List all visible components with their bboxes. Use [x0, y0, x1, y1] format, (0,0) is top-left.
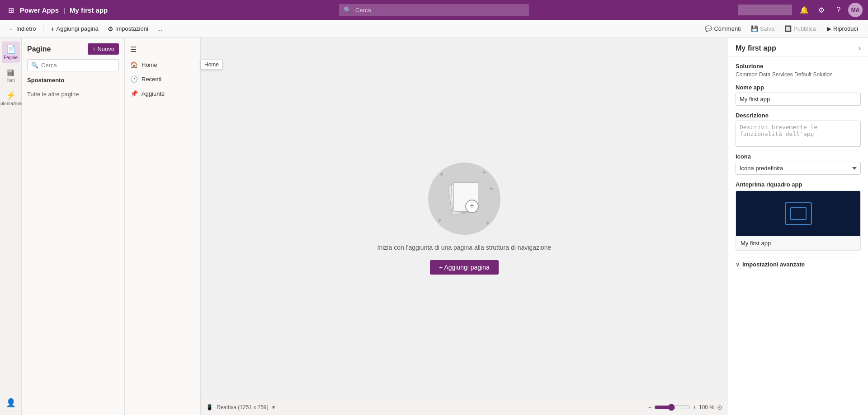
- canvas-footer: 📱 Reattiva (1251 x 759) ▾ − + 100 % ⊙: [201, 399, 728, 415]
- sparkle-3: ✦: [437, 217, 443, 224]
- search-container: 🔍: [339, 4, 529, 16]
- settings-button[interactable]: ⚙ Impostazioni: [104, 23, 152, 34]
- sparkle-5: ✦: [489, 185, 494, 192]
- comments-button[interactable]: 💬 Commenti: [700, 23, 745, 34]
- new-button[interactable]: + Nuovo: [88, 43, 119, 55]
- nav-item-recenti[interactable]: 🕐 Recenti: [125, 72, 200, 86]
- right-panel-close-button[interactable]: ›: [859, 44, 861, 52]
- pages-stack: +: [446, 181, 482, 217]
- right-panel-body: Soluzione Common Data Services Default S…: [728, 56, 868, 278]
- icon-select[interactable]: Icona predefinita: [736, 162, 861, 175]
- sidebar-data-label: Dati: [7, 78, 15, 83]
- zoom-minus[interactable]: −: [648, 404, 651, 410]
- sidebar-pages-label: Pagine: [4, 55, 18, 60]
- canvas-placeholder: ✦ ✦ ✦ ✦ ✦ +: [428, 163, 500, 235]
- app-name-input[interactable]: [736, 93, 861, 106]
- fit-screen-icon[interactable]: ⊙: [717, 404, 722, 411]
- search-icon: 🔍: [344, 6, 351, 14]
- add-page-button[interactable]: + Aggiungi pagina: [47, 23, 102, 34]
- topbar: ⊞ Power Apps | My first app 🔍 🔔 ⚙ ? MA: [0, 0, 868, 20]
- main-layout: 📄 Pagine ▦ Dati ⚡ Automazione 👤 Pagine +…: [0, 38, 868, 415]
- sidebar-item-pages[interactable]: 📄 Pagine: [2, 42, 20, 63]
- sidebar-item-data[interactable]: ▦ Dati: [2, 65, 20, 86]
- notifications-icon[interactable]: 🔔: [797, 2, 812, 18]
- back-icon: ←: [8, 25, 14, 33]
- sidebar-item-user[interactable]: 👤: [2, 395, 20, 410]
- help-icon[interactable]: ?: [831, 2, 846, 18]
- preview-dark: [736, 191, 860, 236]
- pages-search-input[interactable]: [41, 62, 115, 69]
- search-input[interactable]: [339, 4, 529, 16]
- nav-aggiunte-label: Aggiunte: [142, 90, 165, 97]
- publish-icon: 🔲: [784, 25, 792, 32]
- toolbar-separator-1: [43, 24, 43, 33]
- more-label: ...: [157, 25, 162, 32]
- solution-label: Soluzione: [736, 63, 861, 70]
- power-apps-label: Power Apps: [20, 6, 59, 14]
- right-panel: My first app › Soluzione Common Data Ser…: [728, 38, 868, 415]
- add-icon: +: [51, 25, 54, 33]
- sidebar-item-automation[interactable]: ⚡ Automazione: [2, 88, 20, 109]
- save-icon: 💾: [751, 25, 758, 32]
- toolbar-right: 💬 Commenti 💾 Salva 🔲 Pubblica ▶ Riproduc…: [700, 23, 863, 34]
- pages-panel: Pagine + Nuovo 🔍 Spostamento Tutte le al…: [22, 38, 125, 415]
- pages-search-icon: 🔍: [31, 62, 38, 69]
- preview-section: Anteprima riquadro app My first app: [736, 181, 861, 251]
- nav-recenti-label: Recenti: [142, 76, 161, 83]
- preview-box: My first app: [736, 191, 861, 251]
- solution-value: Common Data Services Default Solution: [736, 71, 861, 78]
- back-label: Indietro: [16, 25, 36, 32]
- brand-separator: |: [63, 6, 65, 14]
- nav-home-tooltip: Home: [200, 60, 223, 70]
- advanced-section[interactable]: ∨ Impostazioni avanzate: [736, 257, 861, 271]
- preview-app-name: My first app: [736, 236, 860, 250]
- canvas-area: ✦ ✦ ✦ ✦ ✦ + Inizia con l'aggiunta di una…: [201, 38, 728, 415]
- topbar-brand: Power Apps | My first app: [20, 6, 108, 14]
- user-icon: 👤: [6, 398, 16, 408]
- icon-label: Icona: [736, 153, 861, 160]
- right-panel-header: My first app ›: [728, 38, 868, 56]
- pages-icon: 📄: [6, 44, 16, 54]
- nav-panel-header: ☰: [125, 42, 200, 57]
- avatar[interactable]: MA: [848, 3, 863, 17]
- nav-panel: ☰ 🏠 Home Home 🕐 Recenti 📌 Aggiunte: [125, 38, 201, 415]
- back-button[interactable]: ← Indietro: [5, 23, 39, 34]
- publish-label: Pubblica: [793, 25, 816, 32]
- nav-item-aggiunte[interactable]: 📌 Aggiunte: [125, 86, 200, 101]
- zoom-slider[interactable]: [654, 404, 690, 411]
- project-name-label: My first app: [70, 6, 108, 14]
- app-name-group: Nome app: [736, 84, 861, 106]
- solution-group: Soluzione Common Data Services Default S…: [736, 63, 861, 78]
- play-button[interactable]: ▶ Riproduci: [821, 23, 863, 34]
- nav-item-home[interactable]: 🏠 Home Home: [125, 57, 200, 72]
- save-label: Salva: [760, 25, 775, 32]
- responsive-chevron[interactable]: ▾: [272, 404, 275, 410]
- app-name-label: Nome app: [736, 84, 861, 91]
- comment-icon: 💬: [705, 25, 712, 32]
- hamburger-icon[interactable]: ☰: [130, 45, 137, 54]
- description-label: Descrizione: [736, 112, 861, 119]
- settings-icon[interactable]: ⚙: [814, 2, 829, 18]
- more-button[interactable]: ...: [154, 23, 166, 34]
- topbar-right: 🔔 ⚙ ? MA: [738, 2, 863, 18]
- recenti-icon: 🕐: [130, 75, 138, 83]
- right-panel-title: My first app: [736, 44, 776, 52]
- canvas-footer-right: − + 100 % ⊙: [648, 404, 722, 411]
- data-icon: ▦: [7, 67, 14, 77]
- save-button[interactable]: 💾 Salva: [746, 23, 779, 34]
- add-circle: +: [465, 200, 479, 213]
- pages-header: Pagine + Nuovo: [27, 43, 119, 55]
- play-icon: ▶: [827, 25, 831, 32]
- canvas-add-page-button[interactable]: + Aggiungi pagina: [430, 260, 499, 275]
- zoom-plus[interactable]: +: [693, 404, 696, 410]
- settings-label: Impostazioni: [115, 25, 148, 32]
- description-textarea[interactable]: [736, 121, 861, 147]
- automation-icon: ⚡: [6, 90, 16, 100]
- publish-button[interactable]: 🔲 Pubblica: [780, 23, 821, 34]
- play-label: Riproduci: [833, 25, 858, 32]
- grid-menu-icon[interactable]: ⊞: [5, 5, 16, 15]
- nav-home-label: Home: [142, 61, 157, 68]
- pages-search-box: 🔍: [27, 59, 119, 71]
- preview-icon-box: [785, 202, 812, 225]
- profile-bar: [738, 5, 792, 15]
